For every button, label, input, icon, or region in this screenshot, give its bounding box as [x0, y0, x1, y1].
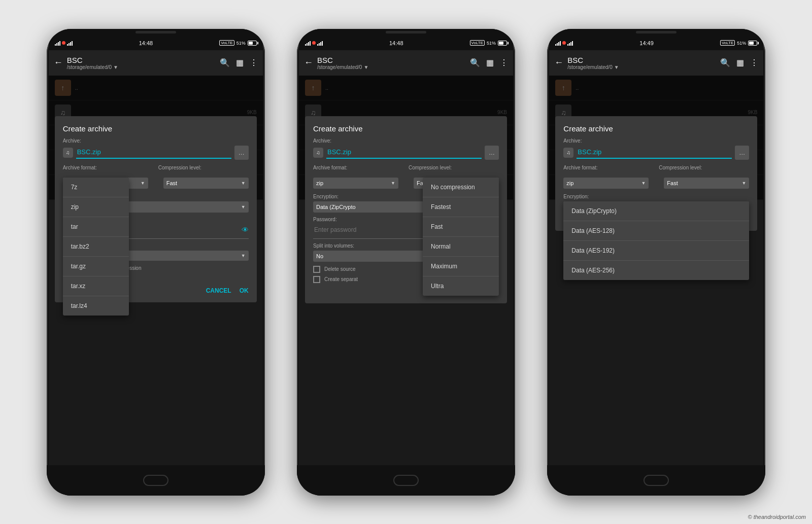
compression-select-1[interactable]: Fast ▼	[163, 178, 249, 189]
file-area-1: ↑ .. ♫ 9KB ♫ 2MB ♫ 5MB	[49, 76, 263, 200]
archive-input-3[interactable]	[577, 146, 732, 159]
dropdown-item-zip-1[interactable]: zip	[63, 197, 129, 217]
archive-file-icon-1: ♫	[63, 148, 73, 158]
format-select-3[interactable]: zip ▼	[563, 178, 649, 189]
format-col-1: Archive format:	[63, 165, 153, 172]
dd-fastest-2[interactable]: Fastest	[423, 197, 499, 217]
status-time-1: 14:48	[139, 40, 153, 46]
dialog-title-2: Create archive	[313, 124, 499, 133]
eye-icon-1[interactable]: 👁	[242, 226, 249, 234]
phone-top-bar-3	[547, 29, 765, 36]
home-button-2[interactable]	[393, 475, 419, 486]
status-left-2	[305, 41, 323, 46]
dd-no-compression-2[interactable]: No compression	[423, 178, 499, 197]
format-arrow-1: ▼	[141, 181, 145, 186]
battery-pct-1: 51%	[236, 41, 246, 46]
browse-button-2[interactable]: …	[485, 146, 499, 160]
page-background: 14:48 VoLTE 51% ← BSC /storage/emulated/…	[0, 0, 812, 524]
archive-input-2[interactable]	[326, 146, 482, 159]
search-icon-2[interactable]: 🔍	[470, 58, 480, 67]
status-bar-3: 14:49 VoLTE 51%	[549, 36, 763, 50]
back-button-2[interactable]: ←	[304, 57, 313, 68]
delete-source-checkbox-2[interactable]	[313, 266, 320, 273]
signal-bars-1	[55, 41, 60, 46]
dropdown-item-targz-1[interactable]: tar.gz	[63, 257, 129, 276]
phone-bottom-3	[547, 465, 765, 496]
dialog-title-3: Create archive	[563, 124, 749, 133]
more-icon-3[interactable]: ⋮	[750, 58, 758, 67]
format-compression-row-3: Archive format: Compression level:	[563, 165, 749, 172]
dd-zipcrypto-3[interactable]: Data (ZipCrypto)	[563, 201, 749, 221]
signal-bars-3	[305, 41, 311, 46]
format-select-2[interactable]: zip ▼	[313, 178, 398, 189]
phone-3: 14:49 VoLTE 51% ← BSC /storage/emulated/…	[547, 29, 765, 496]
dialog-overlay-3: Create archive Archive: ♫ … Archive form…	[549, 76, 763, 200]
compression-label-3: Compression level:	[659, 165, 749, 170]
archive-input-1[interactable]	[76, 146, 231, 159]
status-bar-2: 14:48 VoLTE 51%	[299, 36, 513, 50]
speaker-1	[136, 31, 176, 33]
cancel-button-1[interactable]: CANCEL	[206, 287, 231, 294]
browse-button-1[interactable]: …	[234, 146, 249, 160]
create-separate-checkbox-2[interactable]	[313, 276, 320, 283]
status-time-2: 14:48	[389, 40, 403, 46]
create-archive-dialog-3: Create archive Archive: ♫ … Archive form…	[555, 116, 757, 231]
dd-aes256-3[interactable]: Data (AES-256)	[563, 261, 749, 280]
app-path-2: /storage/emulated/0 ▼	[317, 64, 466, 70]
header-title-1: BSC /storage/emulated/0 ▼	[67, 56, 216, 70]
dropdown-item-tarlz4-1[interactable]: tar.lz4	[63, 296, 129, 316]
back-button-1[interactable]: ←	[54, 57, 63, 68]
status-right-2: VoLTE 51%	[470, 40, 507, 46]
dd-maximum-2[interactable]: Maximum	[423, 257, 499, 276]
dropdown-item-tarxz-1[interactable]: tar.xz	[63, 276, 129, 296]
phone-2: 14:48 VoLTE 51% ← BSC /storage/emulated/…	[297, 29, 515, 496]
ok-button-1[interactable]: OK	[240, 287, 249, 294]
dd-normal-2[interactable]: Normal	[423, 237, 499, 257]
encryption-dropdown-3: Data (ZipCrypto) Data (AES-128) Data (AE…	[563, 201, 749, 280]
dropdowns-container-2: zip ▼ Fast ▼ No c	[313, 178, 499, 189]
network-dot-3	[562, 41, 566, 45]
archive-file-icon-2: ♫	[313, 148, 323, 158]
compression-select-3[interactable]: Fast ▼	[664, 178, 749, 189]
dd-ultra-2[interactable]: Ultra	[423, 276, 499, 296]
header-icons-1: 🔍 ▦ ⋮	[220, 58, 258, 67]
header-title-2: BSC /storage/emulated/0 ▼	[317, 56, 466, 70]
home-button-3[interactable]	[644, 475, 669, 486]
browse-button-3[interactable]: …	[735, 146, 749, 160]
back-button-3[interactable]: ←	[554, 57, 563, 68]
archive-label-3: Archive:	[563, 138, 749, 144]
app-path-1: /storage/emulated/0 ▼	[67, 64, 216, 70]
dd-aes128-3[interactable]: Data (AES-128)	[563, 221, 749, 241]
dropdown-item-tar-1[interactable]: tar	[63, 217, 129, 237]
phone-top-bar-1	[47, 29, 265, 36]
battery-pct-2: 51%	[487, 41, 496, 46]
header-icons-3: 🔍 ▦ ⋮	[720, 58, 758, 67]
app-header-2: ← BSC /storage/emulated/0 ▼ 🔍 ▦ ⋮	[299, 50, 513, 76]
more-icon-1[interactable]: ⋮	[250, 58, 258, 67]
signal-bars-2	[67, 41, 73, 46]
dropdown-item-7z-1[interactable]: 7z	[63, 178, 129, 197]
phone-screen-3: 14:49 VoLTE 51% ← BSC /storage/emulated/…	[549, 36, 763, 465]
format-label-3: Archive format:	[563, 165, 654, 170]
format-label-1: Archive format:	[63, 165, 153, 170]
grid-icon-1[interactable]: ▦	[236, 58, 244, 67]
home-button-1[interactable]	[143, 475, 168, 486]
more-icon-2[interactable]: ⋮	[500, 58, 508, 67]
app-title-3: BSC	[567, 56, 716, 64]
volte-badge-3: VoLTE	[720, 40, 735, 46]
search-icon-3[interactable]: 🔍	[720, 58, 730, 67]
battery-pct-3: 51%	[737, 41, 746, 46]
file-area-3: ↑ .. ♫ 9KB ♫ 2MB ♫ 5MB ♫ 2M	[549, 76, 763, 200]
compression-col-1: Compression level:	[158, 165, 249, 172]
phone-bottom-2	[297, 465, 515, 496]
format-label-2: Archive format:	[313, 165, 403, 170]
dd-aes192-3[interactable]: Data (AES-192)	[563, 241, 749, 261]
archive-label-1: Archive:	[63, 138, 249, 144]
phone-1: 14:48 VoLTE 51% ← BSC /storage/emulated/…	[47, 29, 265, 496]
grid-icon-3[interactable]: ▦	[736, 58, 744, 67]
dropdowns-container-1: 7z ▼ Fast ▼ 7z	[63, 178, 249, 189]
grid-icon-2[interactable]: ▦	[486, 58, 494, 67]
dropdown-item-tarbz2-1[interactable]: tar.bz2	[63, 237, 129, 257]
dd-fast-2[interactable]: Fast	[423, 217, 499, 237]
search-icon-1[interactable]: 🔍	[220, 58, 230, 67]
